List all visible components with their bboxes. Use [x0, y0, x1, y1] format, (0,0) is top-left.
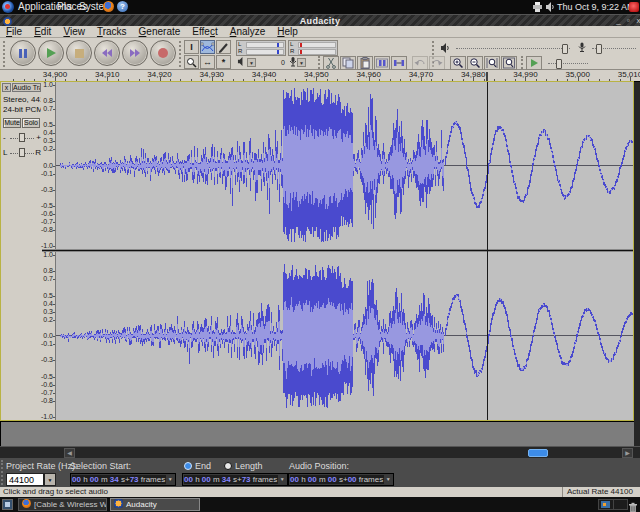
ruler-tick — [620, 79, 621, 81]
copy-button[interactable] — [340, 56, 356, 70]
volume-icon[interactable] — [545, 2, 556, 12]
skip-end-button[interactable] — [122, 40, 148, 66]
track-title-menu[interactable]: Audio Trac▼ — [12, 83, 41, 92]
output-volume-thumb[interactable] — [562, 44, 568, 54]
track-close-button[interactable]: x — [2, 83, 11, 92]
horizontal-scrollbar-thumb[interactable] — [528, 449, 548, 457]
horizontal-scrollbar[interactable]: ◀ ▶ — [0, 446, 640, 458]
selection-tool-button[interactable]: I — [184, 40, 199, 54]
skip-start-button[interactable] — [94, 40, 120, 66]
waveform-left-channel[interactable] — [56, 82, 634, 249]
vertical-scrollbar[interactable] — [634, 82, 640, 446]
firefox-launcher-icon[interactable] — [103, 1, 114, 12]
menu-tracks[interactable]: Tracks — [91, 26, 133, 38]
menu-help[interactable]: Help — [271, 26, 304, 38]
menu-effect[interactable]: Effect — [186, 26, 223, 38]
pan-slider-thumb[interactable] — [19, 148, 25, 157]
taskbar-window-firefox[interactable]: [Cable & Wireless We... — [18, 498, 107, 511]
cut-button[interactable] — [323, 56, 339, 70]
scroll-right-arrow[interactable]: ▶ — [622, 448, 633, 458]
taskbar-window-audacity[interactable]: Audacity — [110, 498, 200, 511]
audio-position-field[interactable]: 00 h 00 m 00 s+00 frames▼ — [288, 473, 394, 486]
play-speed-thumb[interactable] — [556, 59, 562, 69]
paste-button[interactable] — [357, 56, 373, 70]
pause-button[interactable] — [10, 40, 36, 66]
selection-end-field[interactable]: 00 h 00 m 34 s+73 frames▼ — [182, 473, 288, 486]
ruler-tick — [65, 79, 66, 81]
gain-slider[interactable]: - + — [3, 132, 41, 144]
input-volume-slider[interactable] — [592, 48, 636, 50]
length-radio-icon[interactable] — [224, 462, 232, 470]
zoom-out-button[interactable] — [467, 56, 483, 70]
menu-analyze[interactable]: Analyze — [224, 26, 272, 38]
input-volume-thumb[interactable] — [596, 44, 602, 54]
silence-button[interactable] — [391, 56, 407, 70]
edit-toolbar-grip[interactable] — [318, 56, 321, 69]
output-meter-dropdown[interactable]: ▼ — [247, 58, 256, 67]
update-notifier-icon[interactable] — [629, 2, 639, 12]
project-rate-combo[interactable]: 44100▼ — [6, 473, 56, 486]
transcription-toolbar-grip[interactable] — [521, 56, 524, 69]
workspace-2[interactable] — [613, 500, 627, 509]
play-at-speed-button[interactable] — [526, 56, 542, 70]
gain-slider-thumb[interactable] — [19, 133, 25, 142]
empty-track-area[interactable] — [1, 422, 634, 446]
play-button[interactable] — [38, 40, 64, 66]
zoom-tool-button[interactable] — [184, 55, 199, 69]
workspace-switcher[interactable] — [598, 499, 628, 510]
draw-tool-button[interactable] — [216, 40, 231, 54]
gain-minus-label: - — [3, 133, 6, 142]
workspace-1[interactable] — [599, 500, 613, 509]
output-meter[interactable]: L R — [236, 40, 286, 56]
selection-toolbar-grip[interactable] — [1, 460, 3, 485]
printer-icon[interactable] — [532, 2, 543, 12]
selection-start-field[interactable]: 00 h 00 m 34 s+73 frames▼ — [70, 473, 176, 486]
input-meter-dropdown[interactable]: ▼ — [297, 58, 306, 67]
waveform-right-channel[interactable] — [56, 252, 634, 420]
vertical-ruler-left-channel[interactable]: 1.00.80.70.50.40.30.20.0-0.1-0.3-0.5-0.6… — [42, 82, 56, 249]
redo-button[interactable] — [429, 56, 445, 70]
record-button[interactable] — [150, 40, 176, 66]
help-launcher-icon[interactable]: ? — [117, 1, 128, 12]
ruler-tick — [473, 77, 474, 81]
stop-button[interactable] — [66, 40, 92, 66]
show-desktop-button[interactable] — [2, 499, 13, 510]
project-rate-dropdown-icon[interactable]: ▼ — [44, 473, 56, 486]
tools-toolbar-grip[interactable] — [179, 41, 182, 67]
fit-selection-button[interactable] — [484, 56, 500, 70]
trash-icon[interactable] — [628, 499, 638, 510]
vruler-tick — [53, 246, 55, 247]
clock[interactable]: Thu Oct 9, 9:22 AM — [557, 0, 635, 14]
solo-button[interactable]: Solo — [22, 118, 40, 128]
menu-file[interactable]: File — [0, 26, 28, 38]
end-radio[interactable]: End — [184, 461, 211, 471]
project-rate-value[interactable]: 44100 — [6, 473, 44, 486]
distro-menu-icon[interactable] — [2, 1, 14, 13]
fit-project-button[interactable] — [501, 56, 517, 70]
menu-edit[interactable]: Edit — [28, 26, 57, 38]
timeshift-tool-button[interactable]: ↔ — [200, 55, 215, 69]
zoom-in-button[interactable] — [450, 56, 466, 70]
time-field-dropdown-icon[interactable]: ▼ — [278, 474, 286, 485]
transport-toolbar-grip[interactable] — [3, 41, 6, 67]
scroll-left-arrow[interactable]: ◀ — [64, 448, 75, 458]
output-volume-slider[interactable] — [456, 48, 570, 50]
time-unit: frames — [139, 475, 166, 484]
input-meter[interactable]: L R — [288, 40, 338, 56]
multi-tool-button[interactable]: * — [216, 55, 231, 69]
timeline-ruler[interactable]: 34,90034,91034,92034,93034,94034,95034,9… — [0, 70, 640, 81]
menu-generate[interactable]: Generate — [133, 26, 187, 38]
window-title-bar[interactable]: Audacity _ ▫ x — [0, 14, 640, 26]
time-field-dropdown-icon[interactable]: ▼ — [384, 474, 392, 485]
pan-slider[interactable]: L R — [3, 147, 41, 159]
vertical-ruler-right-channel[interactable]: 1.00.80.70.50.40.30.20.0-0.1-0.3-0.5-0.6… — [42, 252, 56, 420]
undo-button[interactable] — [412, 56, 428, 70]
end-radio-icon[interactable] — [184, 462, 192, 470]
envelope-tool-button[interactable] — [200, 40, 215, 54]
trim-button[interactable] — [374, 56, 390, 70]
mute-button[interactable]: Mute — [3, 118, 21, 128]
length-radio[interactable]: Length — [224, 461, 263, 471]
menu-view[interactable]: View — [57, 26, 91, 38]
time-field-dropdown-icon[interactable]: ▼ — [166, 474, 174, 485]
play-speed-slider[interactable] — [548, 63, 588, 65]
